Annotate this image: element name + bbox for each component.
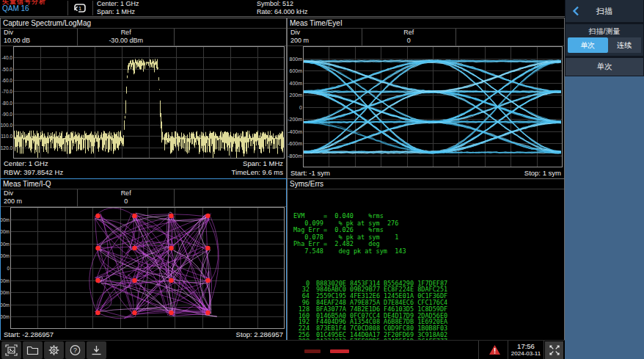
footer-stop: Stop: 2.286957 [236, 330, 283, 339]
div-value: 10.00 dB [4, 37, 74, 45]
bottom-taskbar: ? 17:56 2024-03-11 [0, 340, 565, 359]
syms-errs-body: EVM = 0.040 %rms 0.099 % pk at sym 276Ma… [288, 189, 564, 340]
iq-y-axis: 800m600m400m200m0-200m-400m-600m-800m [1, 207, 10, 329]
sweep-measure-section: 扫描/测量 单次 连续 [566, 24, 643, 56]
warning-icon[interactable] [489, 344, 501, 355]
ref-value: 0 [81, 197, 171, 206]
single-sweep-button[interactable]: 单次 [566, 58, 643, 76]
footer-timelen: TimeLen: 9.6 ms [232, 168, 283, 177]
settings-icon[interactable] [44, 341, 64, 359]
iq-panel[interactable]: Meas Time/I-Q Div 200 m Ref 0 800m600m40… [0, 178, 287, 341]
footer-span: Span: 1 MHz [232, 159, 283, 168]
eye-y-axis: 800m600m400m200m0-200m-400m-600m-800m [288, 46, 303, 167]
status-indicator-active [330, 349, 349, 353]
right-sidebar: 扫描 扫描/测量 单次 连续 单次 [565, 0, 644, 359]
y-axis-tick: -110.0 [1, 134, 12, 139]
empty-cell [456, 29, 564, 46]
screenshot-icon[interactable] [1, 341, 21, 359]
spectrum-plot: -40.0-50.0-60.0-70.0-80.0-90.0-100.0-110… [1, 46, 286, 159]
ref-value: 0 [365, 37, 453, 45]
single-sweep-loop-icon[interactable]: 1 [70, 1, 89, 15]
spectrum-y-axis: -40.0-50.0-60.0-70.0-80.0-90.0-100.0-110… [1, 46, 13, 159]
section-label: 扫描/测量 [566, 24, 643, 37]
y-axis-tick: -90.0 [1, 111, 12, 116]
y-axis-tick: 400m [289, 80, 302, 85]
y-axis-tick: 800m [1, 217, 10, 222]
clock: 17:56 2024-03-11 [509, 342, 543, 358]
header-divider [92, 1, 93, 15]
top-status-bar: 矢量信号分析 QAM 16 1 Center: 1 GHz Span: 1 MH… [0, 0, 565, 17]
eye-plot: 800m600m400m200m0-200m-400m-600m-800m [288, 46, 564, 167]
y-axis-tick: -50.0 [1, 66, 12, 71]
eye-trace-canvas[interactable] [303, 46, 563, 167]
spectrum-trace-canvas[interactable] [13, 46, 285, 159]
y-axis-tick: 400m [1, 241, 10, 246]
y-axis-tick: 600m [289, 68, 302, 73]
y-axis-tick: 200m [1, 253, 10, 258]
vsa-screen: 矢量信号分析 QAM 16 1 Center: 1 GHz Span: 1 MH… [0, 0, 644, 359]
div-scale-cell: Div 10.00 dB [1, 29, 78, 46]
div-label: Div [4, 189, 74, 197]
footer-rbw: RBW: 397.8542 Hz [4, 168, 63, 177]
y-axis-tick: -120.0 [1, 145, 12, 150]
ref-scale-cell: Ref 0 [78, 189, 175, 206]
sidebar-title: 扫描 [566, 6, 643, 17]
y-axis-tick: -400m [288, 128, 302, 134]
ref-scale-cell: Ref 0 [362, 29, 456, 46]
scale-info-row: Div 200 m Ref 0 [1, 189, 286, 207]
eye-panel[interactable]: Meas Time/EyeI Div 200 m Ref 0 800m600m4… [287, 18, 565, 179]
y-axis-tick: -70.0 [1, 89, 12, 94]
taskbar-divider [508, 341, 508, 359]
error-line: 7.548 deg pk at sym 143 [293, 248, 564, 255]
modulation-format: QAM 16 [2, 5, 46, 12]
taskbar-divider [478, 341, 479, 359]
iq-x-axis: Start: -2.286957 Stop: 2.286957 [1, 330, 286, 340]
symbol-table: 0B883020E 8453F314 B5564290 1F7DEF873298… [293, 280, 564, 340]
div-value: 200 m [290, 37, 359, 45]
spectrum-panel[interactable]: Capture Spectrum/LogMag Div 10.00 dB Ref… [0, 18, 287, 179]
y-axis-tick: -200m [1, 278, 10, 283]
y-axis-tick: -60.0 [1, 77, 12, 82]
sweep-mode-toggle: 单次 连续 [568, 37, 641, 53]
y-axis-tick: 600m [1, 229, 10, 234]
save-icon[interactable] [87, 341, 106, 359]
center-frequency-readout: Center: 1 GHz [97, 0, 139, 8]
y-axis-tick: -80.0 [1, 100, 12, 105]
error-summary: EVM = 0.040 %rms 0.099 % pk at sym 276Ma… [293, 213, 564, 255]
y-axis-tick: -800m [288, 153, 302, 158]
scale-info-row: Div 10.00 dB Ref -30.00 dBm [1, 28, 286, 46]
toggle-single-option[interactable]: 单次 [568, 37, 608, 53]
expand-arrows-icon[interactable] [545, 341, 563, 359]
folder-icon[interactable] [23, 341, 43, 359]
constellation-canvas[interactable] [10, 207, 285, 329]
div-label: Div [290, 29, 359, 37]
y-axis-tick: 800m [289, 56, 302, 61]
app-title-block: 矢量信号分析 QAM 16 [2, 0, 46, 12]
y-axis-tick: -200m [288, 117, 302, 122]
ref-label: Ref [81, 29, 171, 37]
empty-cell [175, 29, 286, 46]
panel-title: Capture Spectrum/LogMag [1, 18, 286, 28]
footer-stop: Stop: 1 sym [524, 169, 561, 178]
div-scale-cell: Div 200 m [288, 29, 362, 46]
y-axis-tick: 0 [7, 266, 10, 271]
y-axis-tick: -40.0 [1, 55, 12, 60]
toggle-continuous-option[interactable]: 连续 [608, 37, 641, 53]
div-scale-cell: Div 200 m [1, 189, 78, 206]
panel-title: Syms/Errs [288, 179, 564, 189]
ref-value: -30.00 dBm [81, 37, 171, 45]
y-axis-tick: 0 [299, 104, 302, 109]
syms-errs-panel[interactable]: Syms/Errs EVM = 0.040 %rms 0.099 % pk at… [287, 178, 565, 341]
y-axis-tick: -400m [1, 290, 10, 295]
ref-label: Ref [81, 189, 171, 197]
y-axis-tick: -600m [288, 141, 302, 146]
help-icon[interactable]: ? [65, 341, 85, 359]
footer-center: Center: 1 GHz [4, 159, 63, 168]
sidebar-header: 扫描 [566, 0, 643, 22]
y-axis-tick: -800m [1, 314, 10, 319]
y-axis-tick: -600m [1, 302, 10, 307]
footer-start: Start: -2.286957 [4, 330, 54, 339]
symbol-rate-readout: Rate: 64.000 kHz [257, 8, 308, 16]
div-label: Div [4, 29, 74, 37]
status-indicator-dim [304, 349, 321, 353]
